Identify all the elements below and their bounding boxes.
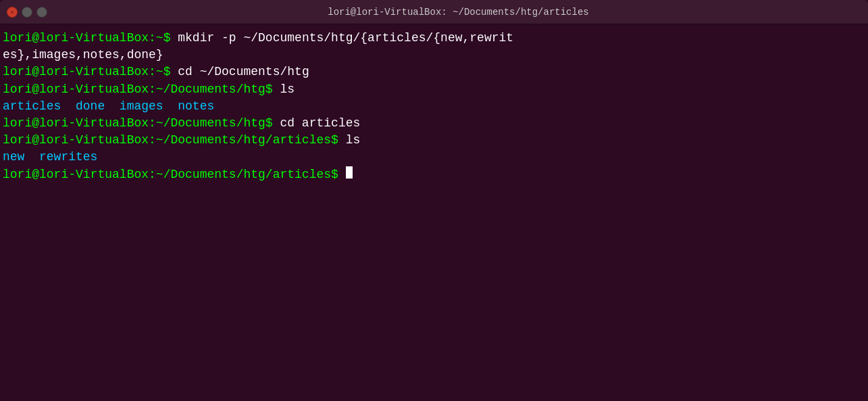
prompt-3: lori@lori-VirtualBox:~/Documents/htg$ [3, 81, 280, 98]
terminal-line-5: lori@lori-VirtualBox:~/Documents/htg/art… [3, 132, 865, 149]
ls-output-2: new rewrites [3, 149, 865, 166]
window-controls: ✕ [7, 7, 47, 18]
command-5: ls [346, 132, 361, 149]
terminal-window: ✕ lori@lori-VirtualBox: ~/Documents/htg/… [0, 0, 868, 401]
terminal-line-3: lori@lori-VirtualBox:~/Documents/htg$ ls [3, 81, 865, 98]
prompt-4: lori@lori-VirtualBox:~/Documents/htg$ [3, 115, 280, 132]
terminal-line-4: lori@lori-VirtualBox:~/Documents/htg$ cd… [3, 115, 865, 132]
terminal-line-1b: es},images,notes,done} [3, 47, 865, 64]
terminal-line-current: lori@lori-VirtualBox:~/Documents/htg/art… [3, 166, 865, 183]
terminal-body[interactable]: lori@lori-VirtualBox:~$ mkdir -p ~/Docum… [0, 24, 868, 401]
titlebar: ✕ lori@lori-VirtualBox: ~/Documents/htg/… [0, 0, 868, 24]
close-button[interactable]: ✕ [7, 7, 18, 18]
minimize-button[interactable] [22, 7, 32, 18]
cursor [346, 166, 353, 179]
maximize-button[interactable] [36, 7, 47, 18]
terminal-line-1: lori@lori-VirtualBox:~$ mkdir -p ~/Docum… [3, 30, 865, 47]
ls-output-1: articles done images notes [3, 98, 865, 115]
prompt-2: lori@lori-VirtualBox:~$ [3, 64, 178, 80]
close-icon: ✕ [10, 8, 14, 16]
command-4: cd articles [280, 115, 360, 132]
command-1b: es},images,notes,done} [3, 47, 163, 64]
command-1: mkdir -p ~/Documents/htg/{articles/{new,… [178, 30, 513, 47]
terminal-line-2: lori@lori-VirtualBox:~$ cd ~/Documents/h… [3, 64, 865, 80]
window-title: lori@lori-VirtualBox: ~/Documents/htg/ar… [55, 7, 861, 18]
prompt-5: lori@lori-VirtualBox:~/Documents/htg/art… [3, 132, 346, 149]
prompt-current: lori@lori-VirtualBox:~/Documents/htg/art… [3, 166, 346, 183]
prompt-1: lori@lori-VirtualBox:~$ [3, 30, 178, 47]
command-2: cd ~/Documents/htg [178, 64, 309, 80]
command-3: ls [280, 81, 295, 98]
